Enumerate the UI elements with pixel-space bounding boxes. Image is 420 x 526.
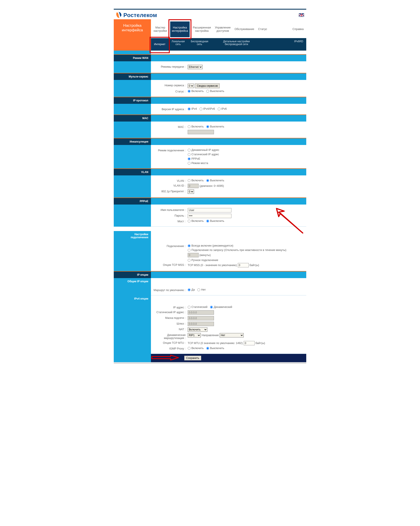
manual-conn-radio[interactable] [188,259,191,262]
password-input[interactable] [188,214,231,218]
status-disable-radio[interactable] [206,90,209,93]
mac-label: MAC : [154,125,186,129]
tab-setup-wizard[interactable]: Мастер настройки [153,25,168,33]
ip-dynamic-radio[interactable] [210,306,213,309]
tab-maintenance[interactable]: Обслуживание [234,27,255,31]
vlan-enable-radio[interactable] [188,179,191,182]
service-number-select[interactable]: 0 [188,84,194,88]
ipv4ipv6-radio[interactable] [199,108,202,110]
igmp-enable-radio[interactable] [188,347,191,350]
tab-help[interactable]: Справка [292,27,304,31]
dynamic-routing-select[interactable]: RIP1 [188,333,201,337]
bridge-enable-radio[interactable] [188,220,191,223]
subtab-wireless-advanced[interactable]: Детальные настройки беспроводной сети [220,38,253,51]
tcp-mtu-label: Опции TCP MTU : [154,341,186,344]
tcp-mss-label: Опции TCP MSS : [154,263,186,266]
tab-interface-setup[interactable]: Настройка интерфейса [170,21,190,37]
bridge-label: Мост : [154,219,186,223]
gateway-input [188,322,214,326]
igmp-disable-radio[interactable] [206,347,209,350]
transfer-mode-select[interactable]: Ethernet [188,65,203,69]
subtab-lan[interactable]: Локальная сеть [168,38,188,51]
vlan-id-hint: (диапазон: 0~4095) [199,184,224,187]
ear-icon [116,11,122,19]
section-common-ip-options: Общие IP опции [114,278,306,285]
top-nav: Мастер настройки Настройка интерфейса Ра… [151,19,306,38]
ip-version-label: Версия IP адреса : [154,107,186,111]
page-title: Настройка интерфейса [114,19,151,38]
bridge-mode-radio[interactable] [188,162,191,165]
section-connection-settings: Настройки подключения [114,231,306,241]
tab-advanced-setup[interactable]: Расширенная настройка [192,25,212,33]
section-wan-mode: Режим WAN [114,54,306,61]
ip-address-mode-label: IP адрес : [154,305,186,309]
service-summary-button[interactable]: Сводка сервисов [195,83,220,88]
status-label: Статус : [154,90,186,93]
dynamic-routing-label: Динамическая маршрутизация : [154,333,186,340]
mac-disable-radio[interactable] [206,125,209,128]
section-ip-options: IP опции [114,271,306,278]
pppoe-radio[interactable] [188,157,191,160]
vlan-label: VLAN : [154,179,186,182]
password-label: Пароль : [154,214,186,217]
default-route-yes-radio[interactable] [188,288,191,291]
subnet-mask-input [188,316,214,320]
service-number-label: Номер сервиса : [154,83,186,87]
subtab-ipv6rd[interactable]: IPv6RD [291,38,306,51]
subtab-wireless[interactable]: Беспроводная сеть [188,38,211,51]
tab-access-management[interactable]: Управление доступом [214,25,231,33]
connection-mode-label: Режим подключения : [154,149,186,152]
mac-input [188,130,214,134]
ipv4-radio[interactable] [188,108,191,110]
section-pppoe: PPPoE [114,198,306,204]
igmp-proxy-label: IGMP Proxy : [154,347,186,350]
brand-logo: Ростелеком [116,11,157,19]
annotation-arrow-icon [151,355,179,360]
vlan-id-input [188,184,199,188]
brand-name: Ростелеком [123,12,157,19]
ip-static-radio[interactable] [188,306,191,309]
tcp-mtu-input[interactable] [244,341,255,345]
default-route-label: Маршрут по умолчанию : [154,288,186,292]
transfer-mode-label: Режимы передачи : [154,65,186,68]
always-on-radio[interactable] [188,244,191,247]
subnet-mask-label: Маска подсети : [154,316,186,320]
status-enable-radio[interactable] [188,90,191,93]
username-input[interactable] [188,208,231,212]
gateway-label: Шлюз : [154,322,186,325]
save-button[interactable]: Сохранить [184,356,201,360]
static-ip-radio[interactable] [188,153,191,156]
mac-enable-radio[interactable] [188,125,191,128]
vlan-disable-radio[interactable] [206,179,209,182]
subtab-internet[interactable]: Интернет [151,38,168,51]
connection-label: Подключение : [154,244,186,248]
nat-label: NAT : [154,327,186,331]
vlan-priority-label: 802.1p Приоритет : [154,189,186,193]
ipv6-radio[interactable] [218,108,221,110]
static-ip-label: Статический IP адрес : [154,310,186,314]
footer-bar: Сохранить [114,354,306,362]
idle-minutes-input [188,253,199,257]
section-mac: MAC [114,114,306,121]
on-demand-radio[interactable] [188,249,191,252]
section-ip-protocol: IP протокол [114,97,306,104]
username-label: Имя пользователя : [154,208,186,212]
nat-select[interactable]: Включить [188,327,207,332]
dynamic-ip-radio[interactable] [188,149,191,152]
section-encapsulation: Инкапсуляция [114,138,306,145]
section-vlan: VLAN [114,168,306,175]
section-ipv4-options: IPv4 опции [114,295,306,302]
static-ip-input [188,310,214,315]
direction-select[interactable]: Нет [220,333,244,337]
tcp-mss-input[interactable] [238,263,249,267]
tab-status[interactable]: Статус [257,27,268,31]
default-route-no-radio[interactable] [197,288,200,291]
section-multi-service: Мульти-сервис [114,73,306,80]
bridge-disable-radio[interactable] [206,220,209,223]
sub-nav: Интернет Локальная сеть Беспроводная сет… [151,38,306,51]
vlan-priority-select[interactable]: 0 [188,189,194,194]
header-bar: Ростелеком [114,10,306,19]
language-flag-icon[interactable] [299,13,304,17]
vlan-id-label: VLAN ID : [154,184,186,187]
